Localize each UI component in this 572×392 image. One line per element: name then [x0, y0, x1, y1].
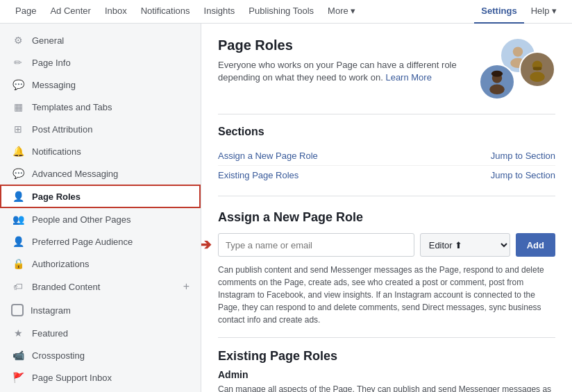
sidebar: ⚙ General ✏ Page Info 💬 Messaging ▦ Temp… [0, 24, 201, 392]
sidebar-label-crossposting: Crossposting [32, 350, 85, 361]
sidebar-label-people: People and Other Pages [32, 214, 131, 225]
svg-rect-4 [533, 67, 542, 70]
video-icon: 📹 [11, 350, 25, 361]
sidebar-label-post-attribution: Post Attribution [32, 124, 92, 135]
sidebar-label-general: General [32, 35, 64, 46]
sidebar-label-messaging: Messaging [32, 80, 76, 90]
svg-point-0 [513, 46, 523, 56]
message-icon: 💬 [11, 168, 25, 179]
sidebar-item-page-info[interactable]: ✏ Page Info [0, 51, 201, 74]
sidebar-item-messaging[interactable]: 💬 Messaging [0, 74, 201, 96]
sidebar-label-page-roles: Page Roles [32, 191, 81, 202]
nav-item-publishing-tools[interactable]: Publishing Tools [242, 0, 321, 24]
sections-title: Sections [218, 126, 555, 138]
admin-role-block: Admin Can manage all aspects of the Page… [218, 369, 555, 392]
existing-roles-link[interactable]: Existing Page Roles [218, 170, 298, 180]
lock-icon: 🔒 [11, 258, 25, 269]
nav-item-notifications[interactable]: Notifications [134, 0, 197, 24]
sidebar-item-preferred-audience[interactable]: 👤 Preferred Page Audience [0, 230, 201, 253]
assign-new-role-link[interactable]: Assign a New Page Role [218, 151, 318, 161]
add-button[interactable]: Add [516, 233, 555, 257]
sidebar-item-templates[interactable]: ▦ Templates and Tabs [0, 96, 201, 118]
sidebar-label-notifications: Notifications [32, 146, 81, 157]
sidebar-item-post-attribution[interactable]: ⊞ Post Attribution [0, 118, 201, 140]
sidebar-label-authorizations: Authorizations [32, 259, 89, 269]
user-icon: 👤 [11, 191, 25, 202]
top-nav-right: Settings Help ▾ [474, 0, 564, 24]
page-layout: ⚙ General ✏ Page Info 💬 Messaging ▦ Temp… [0, 24, 572, 392]
sidebar-label-advanced-messaging: Advanced Messaging [32, 169, 118, 179]
sidebar-item-activity-log[interactable]: ≡ Activity Log + [0, 389, 201, 392]
avatars-group [465, 37, 555, 100]
sidebar-item-authorizations[interactable]: 🔒 Authorizations [0, 253, 201, 275]
assign-input-row: ➔ Editor ⬆ Admin Moderator Advertiser An… [218, 233, 555, 257]
nav-item-insights[interactable]: Insights [197, 0, 242, 24]
sidebar-label-page-info: Page Info [32, 58, 71, 68]
nav-item-adcenter[interactable]: Ad Center [43, 0, 98, 24]
svg-point-3 [530, 72, 545, 82]
svg-point-6 [489, 85, 505, 94]
name-email-input[interactable] [218, 233, 414, 257]
tag-icon: 🏷 [11, 281, 25, 292]
sidebar-item-page-roles[interactable]: 👤 Page Roles [0, 185, 201, 208]
jump-to-assign[interactable]: Jump to Section [491, 151, 555, 161]
avatar-2 [519, 51, 555, 87]
svg-point-7 [491, 71, 503, 77]
avatar-3 [479, 64, 515, 100]
page-roles-title: Page Roles [218, 37, 458, 53]
nav-item-inbox[interactable]: Inbox [98, 0, 134, 24]
main-content: Page Roles Everyone who works on your Pa… [201, 24, 572, 392]
section-link-row-2: Existing Page Roles Jump to Section [218, 166, 555, 185]
assign-description: Can publish content and send Messenger m… [218, 264, 555, 326]
assign-title: Assign a New Page Role [218, 210, 555, 225]
learn-more-link[interactable]: Learn More [385, 72, 431, 83]
flag-icon: 🚩 [11, 372, 25, 383]
sidebar-label-branded-content: Branded Content [32, 282, 100, 292]
sidebar-item-notifications[interactable]: 🔔 Notifications [0, 140, 201, 162]
nav-item-help[interactable]: Help ▾ [524, 0, 564, 24]
admin-title: Admin [218, 369, 555, 380]
plus-icon[interactable]: + [183, 280, 190, 293]
sidebar-item-featured[interactable]: ★ Featured [0, 322, 201, 344]
sidebar-item-general[interactable]: ⚙ General [0, 29, 201, 51]
nav-item-more[interactable]: More ▾ [321, 0, 362, 24]
grid-icon: ▦ [11, 101, 25, 112]
sidebar-item-advanced-messaging[interactable]: 💬 Advanced Messaging [0, 162, 201, 185]
sidebar-item-crossposting[interactable]: 📹 Crossposting [0, 344, 201, 366]
sidebar-item-branded-content[interactable]: 🏷 Branded Content + [0, 275, 201, 298]
assign-new-role-section: Assign a New Page Role ➔ Editor ⬆ Admin … [218, 210, 555, 326]
nav-item-page[interactable]: Page [8, 0, 43, 24]
sidebar-item-instagram[interactable]: Instagram [0, 298, 201, 322]
section-link-row-1: Assign a New Page Role Jump to Section [218, 146, 555, 166]
jump-to-existing[interactable]: Jump to Section [491, 170, 555, 180]
admin-desc: Can manage all aspects of the Page. They… [218, 383, 555, 392]
pencil-icon: ✏ [11, 57, 25, 68]
divider-2 [218, 196, 555, 196]
existing-roles-section: Existing Page Roles Admin Can manage all… [218, 349, 555, 392]
red-arrow-icon: ➔ [201, 236, 211, 254]
sections-block: Sections Assign a New Page Role Jump to … [218, 126, 555, 185]
sidebar-label-preferred-audience: Preferred Page Audience [32, 237, 133, 247]
people-icon: 👥 [11, 214, 25, 225]
sidebar-item-people[interactable]: 👥 People and Other Pages [0, 208, 201, 230]
role-select[interactable]: Editor ⬆ Admin Moderator Advertiser Anal… [420, 233, 510, 257]
star-icon: ★ [11, 327, 25, 339]
sidebar-item-support-inbox[interactable]: 🚩 Page Support Inbox [0, 366, 201, 389]
audience-icon: 👤 [11, 236, 25, 247]
page-roles-description: Page Roles Everyone who works on your Pa… [218, 37, 458, 84]
existing-roles-title: Existing Page Roles [218, 349, 555, 364]
page-roles-header: Page Roles Everyone who works on your Pa… [218, 37, 555, 100]
divider-1 [218, 114, 555, 114]
divider-3 [218, 337, 555, 338]
chat-icon: 💬 [11, 79, 25, 90]
sidebar-label-featured: Featured [32, 328, 68, 339]
page-roles-desc-text: Everyone who works on your Page can have… [218, 59, 458, 84]
top-navigation: Page Ad Center Inbox Notifications Insig… [0, 0, 572, 24]
sidebar-label-instagram: Instagram [31, 305, 71, 316]
sidebar-label-support-inbox: Page Support Inbox [32, 373, 112, 383]
sidebar-label-templates: Templates and Tabs [32, 102, 112, 112]
post-icon: ⊞ [11, 123, 25, 135]
instagram-icon [11, 304, 24, 316]
gear-icon: ⚙ [11, 35, 25, 46]
nav-item-settings[interactable]: Settings [474, 0, 523, 24]
